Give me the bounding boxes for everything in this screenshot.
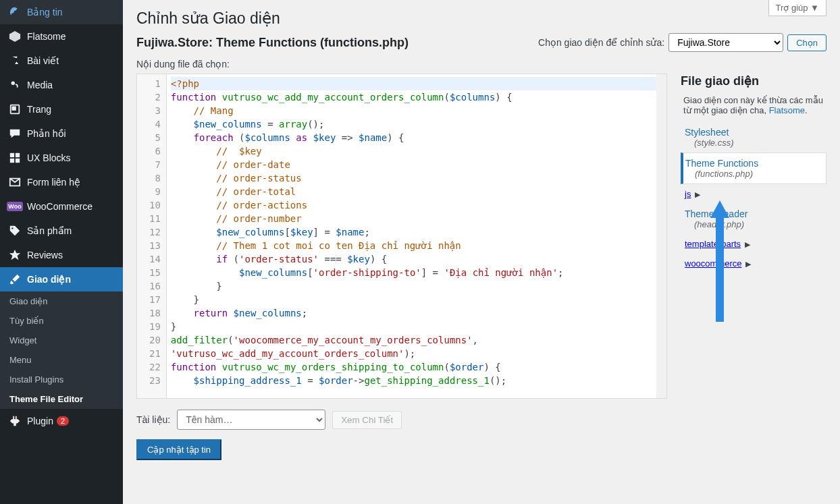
code-line[interactable]: // Mang: [171, 104, 662, 117]
code-line[interactable]: if ('order-status' === $key) {: [171, 252, 662, 266]
theme-select[interactable]: Fujiwa.Store: [668, 33, 783, 52]
media-icon: [8, 78, 22, 92]
sidebar-item-bài-viết[interactable]: Bài viết: [0, 49, 123, 73]
blocks-icon: [8, 151, 22, 165]
file-folder-js[interactable]: js ▶: [681, 184, 826, 204]
code-line[interactable]: // order-number: [171, 212, 662, 225]
sidebar-item-giao-diện[interactable]: Giao diện: [0, 267, 123, 291]
sidebar-item-reviews[interactable]: Reviews: [0, 243, 123, 267]
sidebar-item-sản-phẩm[interactable]: Sản phẩm: [0, 219, 123, 243]
submenu-item-giao-diện[interactable]: Giao diện: [0, 291, 123, 311]
files-heading: File giao diện: [681, 74, 826, 88]
caret-right-icon: ▶: [745, 240, 750, 248]
code-line[interactable]: // order-actions: [171, 198, 662, 212]
code-line[interactable]: function vutruso_wc_my_orders_shipping_t…: [171, 360, 662, 374]
theme-select-label: Chọn giao diện để chỉnh sửa:: [538, 37, 664, 48]
files-desc: Giao diện con này kế thừa các mẫu từ một…: [681, 95, 826, 115]
line-gutter: 1234567891011121314151617181920212223: [137, 74, 167, 398]
sidebar-item-flatsome[interactable]: Flatsome: [0, 24, 123, 49]
sidebar-item-media[interactable]: Media: [0, 73, 123, 97]
code-line[interactable]: foreach ($columns as $key => $name) {: [171, 131, 662, 144]
parent-theme-link[interactable]: Flatsome: [769, 105, 805, 115]
sidebar-item-label: Phản hồi: [27, 128, 66, 139]
dashboard-icon: [8, 5, 22, 19]
help-tab[interactable]: Trợ giúp ▼: [768, 0, 826, 16]
sidebar-item-label: Flatsome: [27, 31, 66, 42]
pin-icon: [8, 54, 22, 67]
submenu-item-widget[interactable]: Widget: [0, 331, 123, 350]
caret-right-icon: ▶: [745, 260, 751, 268]
code-line[interactable]: }: [171, 279, 662, 293]
content-label: Nội dung file đã chọn:: [136, 59, 826, 69]
submenu-item-install-plugins[interactable]: Install Plugins: [0, 370, 123, 389]
code-line[interactable]: $new_columns = array();: [171, 117, 662, 131]
code-line[interactable]: // order-status: [171, 171, 662, 185]
sidebar-item-form-liên-hệ[interactable]: Form liên hệ: [0, 170, 123, 194]
file-entry-theme-header[interactable]: Theme Header(header.php): [681, 204, 826, 234]
sidebar-item-label: Sản phẩm: [27, 225, 72, 236]
file-entry-stylesheet[interactable]: Stylesheet(style.css): [681, 122, 826, 152]
code-line[interactable]: $new_columns[$key] = $name;: [171, 225, 662, 239]
code-line[interactable]: add_filter('woocommerce_my_account_my_or…: [171, 333, 662, 347]
scrollbar[interactable]: [656, 74, 666, 398]
file-entry-theme-functions[interactable]: Theme Functions(functions.php): [681, 152, 826, 184]
select-theme-button[interactable]: Chọn: [787, 34, 826, 51]
update-file-button[interactable]: Cập nhật tập tin: [136, 439, 221, 460]
comment-icon: [8, 127, 22, 140]
svg-point-8: [11, 227, 13, 229]
doc-select[interactable]: Tên hàm…: [177, 410, 325, 430]
svg-rect-6: [16, 159, 20, 163]
admin-sidebar: Bảng tinFlatsomeBài viếtMediaTrangPhản h…: [0, 0, 123, 504]
sidebar-item-label: Bài viết: [27, 55, 59, 66]
sidebar-item-bảng-tin[interactable]: Bảng tin: [0, 0, 123, 24]
svg-rect-4: [16, 153, 20, 157]
code-line[interactable]: }: [171, 293, 662, 306]
svg-point-0: [11, 82, 15, 85]
brush-icon: [8, 273, 22, 286]
code-line[interactable]: 'vutruso_wc_add_my_account_orders_column…: [171, 347, 662, 360]
sidebar-item-label: Trang: [27, 104, 51, 115]
sidebar-item-label: WooCommerce: [27, 201, 93, 212]
code-line[interactable]: // Them 1 cot moi co ten Địa chỉ người n…: [171, 239, 662, 252]
code-line[interactable]: return $new_columns;: [171, 306, 662, 320]
sidebar-item-label: UX Blocks: [27, 152, 71, 163]
sidebar-item-label: Bảng tin: [27, 7, 63, 18]
submenu-item-tùy-biến[interactable]: Tùy biến: [0, 311, 123, 331]
sidebar-item-label: Giao diện: [27, 274, 71, 285]
file-folder-woocommerce[interactable]: woocommerce ▶: [681, 254, 826, 273]
main-content: Trợ giúp ▼ Chỉnh sửa Giao diện Fujiwa.St…: [123, 0, 840, 504]
code-line[interactable]: $shipping_address_1 = $order->get_shippi…: [171, 374, 662, 387]
mail-icon: [8, 175, 22, 189]
star-icon: [8, 248, 22, 262]
svg-rect-2: [12, 107, 16, 111]
sidebar-item-label: Media: [27, 80, 53, 90]
file-tree: Stylesheet(style.css)Theme Functions(fun…: [681, 122, 826, 273]
file-folder-template-parts[interactable]: template-parts ▶: [681, 234, 826, 254]
plugin-icon: [8, 414, 22, 428]
product-icon: [8, 224, 22, 237]
sidebar-item-woocommerce[interactable]: WooWooCommerce: [0, 194, 123, 219]
page-icon: [8, 103, 22, 116]
code-line[interactable]: $new_columns['order-shipping-to'] = 'Địa…: [171, 266, 662, 279]
flatsome-icon: [8, 30, 22, 43]
code-line[interactable]: // $key: [171, 144, 662, 158]
doc-view-button[interactable]: Xem Chi Tiết: [332, 411, 402, 429]
submenu-item-menu[interactable]: Menu: [0, 350, 123, 370]
sidebar-item-ux-blocks[interactable]: UX Blocks: [0, 146, 123, 170]
code-line[interactable]: // order-date: [171, 158, 662, 171]
code-line[interactable]: }: [171, 320, 662, 333]
doc-label: Tài liệu:: [136, 414, 170, 425]
page-title: Chỉnh sửa Giao diện: [136, 0, 826, 33]
submenu-item-theme-file-editor[interactable]: Theme File Editor: [0, 389, 123, 409]
sidebar-item-phản-hồi[interactable]: Phản hồi: [0, 121, 123, 146]
code-line[interactable]: <?php: [171, 77, 662, 90]
caret-right-icon: ▶: [695, 190, 700, 198]
code-line[interactable]: function vutruso_wc_add_my_account_order…: [171, 90, 662, 104]
woo-icon: Woo: [8, 200, 22, 213]
sidebar-item-plugin[interactable]: Plugin2: [0, 409, 123, 433]
code-line[interactable]: // order-total: [171, 185, 662, 198]
code-body[interactable]: <?phpfunction vutruso_wc_add_my_account_…: [167, 74, 666, 398]
sidebar-item-trang[interactable]: Trang: [0, 97, 123, 121]
code-editor[interactable]: 1234567891011121314151617181920212223 <?…: [136, 74, 667, 399]
svg-rect-3: [10, 153, 14, 157]
